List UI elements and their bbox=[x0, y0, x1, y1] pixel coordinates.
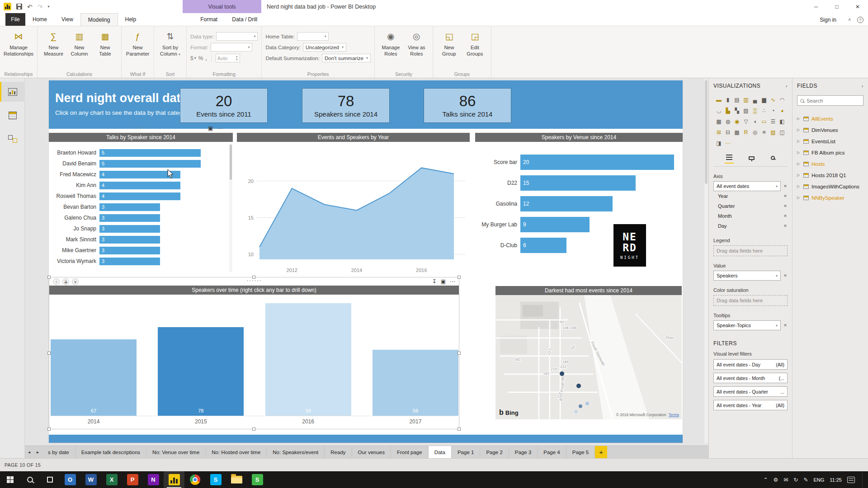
format-tab[interactable] bbox=[747, 153, 756, 164]
field-pill-speakers[interactable]: Speakers▾ bbox=[713, 271, 781, 281]
r-script-visual-icon[interactable]: R bbox=[741, 127, 750, 138]
column-bar[interactable]: 78 bbox=[158, 327, 244, 416]
page-tab-our-venues[interactable]: Our venues bbox=[352, 446, 391, 458]
sync-tray-icon[interactable]: ↻ bbox=[793, 477, 798, 483]
drill-up-icon[interactable]: ↑ bbox=[53, 278, 60, 285]
talks-bar-row[interactable]: Mark Sinnott3 bbox=[49, 234, 228, 245]
sign-in-button[interactable]: Sign in bbox=[820, 13, 836, 26]
hidden-icons-chevron-icon[interactable]: ⌃ bbox=[763, 477, 768, 483]
fields-table-dimvenues[interactable]: ▷DimVenues bbox=[797, 124, 863, 136]
remove-field-icon[interactable]: ✕ bbox=[783, 224, 788, 228]
line-chart-icon[interactable]: ∿ bbox=[769, 94, 778, 105]
fields-table-hosts-2018-q1[interactable]: ▷Hosts 2018 Q1 bbox=[797, 169, 863, 181]
matrix-icon[interactable]: ▦ bbox=[732, 127, 741, 138]
table-icon[interactable]: ⊟ bbox=[723, 127, 732, 138]
page-tab-example-talk-descriptions[interactable]: Example talk descriptions bbox=[75, 446, 146, 458]
area-chart-icon[interactable]: ◠ bbox=[778, 94, 787, 105]
minimize-button[interactable]: ─ bbox=[806, 0, 826, 13]
save-icon[interactable] bbox=[16, 4, 22, 9]
more-options-icon[interactable]: ⋯ bbox=[723, 138, 732, 149]
resize-handle[interactable] bbox=[458, 352, 461, 355]
format-dropdown[interactable]: ▾ bbox=[211, 43, 252, 52]
fields-table-allevents[interactable]: ▷AllEvents bbox=[797, 113, 863, 124]
resize-handle[interactable] bbox=[458, 427, 461, 431]
edit-groups-button[interactable]: ◲ Edit Groups bbox=[462, 29, 487, 60]
expand-icon[interactable]: ▷ bbox=[797, 139, 801, 143]
show-desktop-button[interactable] bbox=[862, 471, 864, 488]
filled-map-icon[interactable]: ◉ bbox=[732, 116, 741, 127]
collapse-pane-icon[interactable]: › bbox=[786, 83, 788, 89]
column-bar[interactable]: 67 bbox=[51, 339, 137, 416]
shape-map-icon[interactable]: ✳ bbox=[760, 127, 769, 138]
close-button[interactable]: ✕ bbox=[847, 0, 868, 13]
canvas-scrollbar[interactable] bbox=[704, 79, 708, 443]
venue-bar-row[interactable]: Gasolina12 bbox=[475, 193, 683, 214]
taskbar-app-power-bi[interactable] bbox=[164, 471, 184, 488]
fields-table-eventslist[interactable]: ▷EventsList bbox=[797, 136, 863, 147]
resize-handle[interactable] bbox=[47, 276, 51, 279]
multi-row-card-icon[interactable]: ☰ bbox=[769, 116, 778, 127]
expand-icon[interactable]: ▷ bbox=[797, 162, 801, 166]
remove-field-icon[interactable]: ✕ bbox=[783, 323, 788, 328]
visual-events-map[interactable]: Darkest had most events since 2014 92106… bbox=[495, 286, 682, 419]
model-view-button[interactable] bbox=[0, 129, 25, 149]
language-indicator[interactable]: ENG bbox=[813, 477, 824, 483]
taskbar-app-file-explorer[interactable] bbox=[226, 471, 247, 488]
settings-tray-icon[interactable]: ⚙ bbox=[773, 477, 778, 483]
resize-handle[interactable] bbox=[47, 427, 51, 431]
taskbar-app-chrome[interactable] bbox=[184, 471, 205, 488]
focus-mode-icon[interactable]: ▣ bbox=[208, 125, 213, 131]
sort-by-column-button[interactable]: ⇅ Sort by Column ▾ bbox=[158, 29, 183, 60]
page-tab-data[interactable]: Data bbox=[429, 446, 452, 458]
filter-pill-all-event-dates-month[interactable]: All event dates - Month(... bbox=[713, 373, 788, 383]
slicer-icon[interactable]: ⊞ bbox=[714, 127, 723, 138]
field-pill-all-event-dates[interactable]: All event dates▾ bbox=[713, 181, 781, 191]
expand-icon[interactable]: ▷ bbox=[797, 128, 801, 132]
taskbar-app-excel[interactable]: X bbox=[101, 471, 122, 488]
arcgis-map-icon[interactable]: ◎ bbox=[750, 127, 760, 138]
start-button[interactable] bbox=[0, 471, 20, 488]
talks-bar-row[interactable]: Jo Snapp3 bbox=[49, 223, 228, 234]
page-tab-page-2[interactable]: Page 2 bbox=[480, 446, 509, 458]
search-input[interactable] bbox=[807, 98, 860, 103]
talks-bar-row[interactable]: Bevan Barton3 bbox=[49, 202, 228, 212]
map-icon[interactable]: ◍ bbox=[723, 116, 732, 127]
page-tab-no-venue-over-time[interactable]: No: Venue over time bbox=[146, 446, 206, 458]
talks-bar-row[interactable]: Galeno Chua3 bbox=[49, 212, 228, 223]
map-terms-link[interactable]: Terms bbox=[669, 413, 679, 417]
maximize-button[interactable]: □ bbox=[826, 0, 847, 13]
stacked-column-chart-icon[interactable]: ▮ bbox=[723, 94, 732, 105]
stacked-bar-chart-icon[interactable]: ▬ bbox=[714, 94, 723, 105]
remove-field-icon[interactable]: ✕ bbox=[783, 214, 788, 218]
kpi-icon[interactable]: ◧ bbox=[778, 116, 787, 127]
pie-chart-icon[interactable]: ◔ bbox=[769, 105, 778, 116]
chart-scrollbar[interactable] bbox=[229, 144, 232, 272]
page-tab-no-hosted-over-time[interactable]: No: Hosted over time bbox=[206, 446, 267, 458]
python-visual-icon[interactable]: ▧ bbox=[769, 127, 778, 138]
field-pill-speaker-topics[interactable]: Speaker-Topics▾ bbox=[713, 320, 781, 330]
pen-tray-icon[interactable]: ✎ bbox=[803, 477, 808, 483]
expand-next-level-icon[interactable]: ⋎ bbox=[72, 278, 79, 285]
custom-visual-2-icon[interactable]: ◨ bbox=[714, 138, 723, 149]
column-bar[interactable]: 99 bbox=[265, 303, 351, 416]
more-options-icon[interactable]: ⋯ bbox=[450, 278, 455, 285]
page-tab-page-3[interactable]: Page 3 bbox=[509, 446, 538, 458]
talks-bar-row[interactable]: David Benaim5 bbox=[49, 158, 228, 169]
analytics-tab[interactable] bbox=[769, 153, 776, 164]
remove-field-icon[interactable]: ✕ bbox=[783, 273, 788, 278]
help-icon[interactable]: ? bbox=[857, 17, 863, 23]
resize-handle[interactable] bbox=[252, 276, 255, 279]
new-page-button[interactable]: + bbox=[595, 446, 607, 458]
manage-roles-button[interactable]: ◉ Manage Roles bbox=[378, 29, 403, 60]
100-stacked-bar-chart-icon[interactable]: ▄ bbox=[750, 94, 760, 105]
home-table-dropdown[interactable]: ▾ bbox=[297, 32, 329, 41]
page-tab-front-page[interactable]: Front page bbox=[391, 446, 429, 458]
field-sub-item-day[interactable]: Day✕ bbox=[713, 221, 788, 231]
venue-bar-row[interactable]: Score bar20 bbox=[475, 152, 683, 173]
filter-pill-all-event-dates-year[interactable]: All event dates - Year(All) bbox=[713, 400, 788, 410]
clustered-column-chart-icon[interactable]: ▥ bbox=[741, 94, 750, 105]
filter-pill-all-event-dates-day[interactable]: All event dates - Day(All) bbox=[713, 359, 788, 370]
venue-bar-row[interactable]: My Burger Lab9 bbox=[475, 214, 683, 235]
currency-format-button[interactable]: $▾ bbox=[190, 55, 196, 61]
treemap-icon[interactable]: ▦ bbox=[714, 116, 723, 127]
